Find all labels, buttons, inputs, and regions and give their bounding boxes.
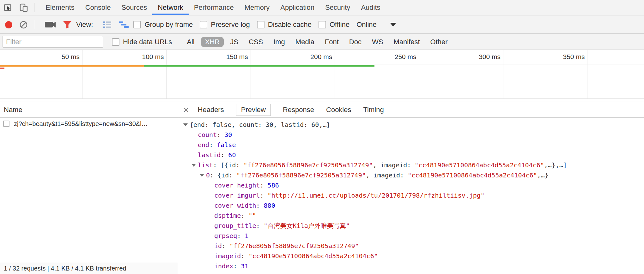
preview-tree-row[interactable]: count: 30 — [178, 130, 644, 140]
request-row[interactable]: zj?ch=beauty&t1=595&listtype=new&sn=30&l… — [0, 118, 178, 130]
preview-tree-row[interactable]: 0: {id: "ff276e8056f58896e7cf92505a31274… — [178, 170, 644, 180]
filter-type-font[interactable]: Font — [321, 37, 343, 47]
inspect-cursor-icon — [3, 3, 13, 12]
tab-memory[interactable]: Memory — [239, 0, 275, 15]
preview-tree-row[interactable]: cover_width: 880 — [178, 200, 644, 211]
tree-expander-icon[interactable] — [191, 160, 198, 170]
tree-expander-icon[interactable] — [199, 170, 206, 180]
filter-type-media[interactable]: Media — [291, 37, 319, 47]
tab-performance[interactable]: Performance — [189, 0, 239, 15]
device-toolbar-icon — [19, 3, 28, 12]
json-segment-num: 1 — [245, 232, 248, 240]
json-segment-plain: : — [222, 242, 229, 250]
throttling-select[interactable]: Online — [356, 21, 377, 29]
timeline-tick-label: 200 ms — [285, 53, 332, 61]
tree-expander-icon[interactable] — [183, 120, 190, 130]
close-details-button[interactable]: × — [183, 105, 189, 115]
filter-toggle-button[interactable] — [60, 16, 74, 33]
json-segment-key: cover_height — [214, 182, 260, 189]
name-column-header[interactable]: Name — [0, 102, 178, 118]
inspect-element-button[interactable] — [0, 0, 16, 15]
small-request-rows-button[interactable] — [100, 16, 114, 33]
preview-tree-row[interactable]: id: "ff276e8056f58896e7cf92505a312749" — [178, 241, 644, 251]
tree-indent-spacer — [207, 221, 214, 231]
json-segment-str: "台湾美女Kila户外唯美写真" — [264, 222, 350, 230]
preview-tree-row[interactable]: lastid: 60 — [178, 150, 644, 160]
filter-type-other[interactable]: Other — [426, 37, 452, 47]
tabbar-separator — [34, 3, 34, 12]
preserve-log-checkbox[interactable]: Preserve log — [200, 21, 250, 29]
tab-security[interactable]: Security — [320, 0, 355, 15]
timeline-tick-label: 150 ms — [201, 53, 248, 61]
detail-tab-response[interactable]: Response — [283, 104, 314, 116]
record-button[interactable] — [3, 16, 15, 33]
offline-checkbox[interactable]: Offline — [319, 21, 349, 29]
details-tab-bar: × Headers Preview Response Cookies Timin… — [178, 102, 644, 118]
preview-tree-row[interactable]: imageid: "cc48190e57100864abc4d55a2c4104… — [178, 251, 644, 261]
tab-sources[interactable]: Sources — [116, 0, 152, 15]
preview-tree-row[interactable]: {end: false, count: 30, lastid: 60,…} — [178, 120, 644, 130]
overview-request-bar[interactable] — [0, 65, 144, 67]
json-segment-plain: : — [256, 202, 264, 209]
network-filter-bar: Hide data URLs All XHR JS CSS Img Media … — [0, 34, 644, 50]
overview-request-bar[interactable] — [0, 68, 4, 69]
json-segment-plain: : — [217, 131, 224, 139]
tab-application[interactable]: Application — [275, 0, 320, 15]
filter-type-img[interactable]: Img — [269, 37, 289, 47]
disable-cache-label: Disable cache — [268, 21, 312, 29]
preview-tree-row[interactable]: list: [{id: "ff276e8056f58896e7cf92505a3… — [178, 160, 644, 170]
preview-tree-row[interactable]: end: false — [178, 140, 644, 150]
detail-tab-preview[interactable]: Preview — [236, 104, 271, 116]
detail-tab-cookies[interactable]: Cookies — [326, 104, 351, 116]
device-toolbar-button[interactable] — [16, 0, 32, 15]
tab-elements[interactable]: Elements — [40, 0, 80, 15]
show-overview-button[interactable] — [116, 16, 131, 33]
json-segment-plain: : — [241, 252, 248, 260]
filter-type-xhr[interactable]: XHR — [201, 37, 224, 47]
filter-type-css[interactable]: CSS — [245, 37, 267, 47]
preview-tree-row[interactable]: cover_imgurl: "http://i1.umei.cc/uploads… — [178, 190, 644, 200]
tab-network[interactable]: Network — [152, 0, 189, 15]
filter-type-js[interactable]: JS — [226, 37, 242, 47]
timeline-gridline — [82, 50, 82, 98]
waterfall-icon — [119, 21, 129, 29]
json-segment-str: "ff276e8056f58896e7cf92505a312749" — [244, 161, 373, 169]
json-segment-str: "" — [248, 212, 256, 219]
detail-tab-timing[interactable]: Timing — [363, 104, 384, 116]
disable-cache-checkbox[interactable]: Disable cache — [257, 21, 312, 29]
json-segment-key: cover_imgurl — [214, 192, 260, 199]
tab-audits[interactable]: Audits — [355, 0, 386, 15]
timeline-tick-label: 350 ms — [537, 53, 585, 61]
filter-input[interactable] — [3, 36, 103, 48]
preview-tree-row[interactable]: index: 31 — [178, 261, 644, 271]
hide-data-urls-checkbox[interactable]: Hide data URLs — [112, 38, 172, 46]
json-segment-plain: : [{id: — [213, 161, 243, 169]
preview-tree-row[interactable]: grpseq: 1 — [178, 231, 644, 241]
filter-type-ws[interactable]: WS — [368, 37, 387, 47]
clear-button[interactable] — [17, 16, 30, 33]
timeline-overview[interactable]: 50 ms100 ms150 ms200 ms250 ms300 ms350 m… — [0, 50, 644, 99]
json-segment-num: 31 — [241, 262, 248, 270]
detail-tab-headers[interactable]: Headers — [198, 104, 224, 116]
json-segment-str: "cc48190e57100864abc4d55a2c4104c6" — [415, 161, 544, 169]
toolbar-separator — [35, 20, 35, 29]
capture-screenshots-button[interactable] — [42, 16, 58, 33]
filter-type-all[interactable]: All — [183, 37, 198, 47]
filter-type-doc[interactable]: Doc — [345, 37, 366, 47]
json-segment-key: group_title — [214, 222, 256, 229]
preview-tree-row[interactable]: cover_height: 586 — [178, 180, 644, 190]
group-by-frame-checkbox[interactable]: Group by frame — [133, 21, 193, 29]
filter-type-manifest[interactable]: Manifest — [389, 37, 424, 47]
json-segment-plain: : {id: — [210, 171, 236, 179]
throttling-dropdown-icon[interactable] — [390, 23, 396, 27]
timeline-tick-label: 250 ms — [369, 53, 416, 61]
timeline-gridline — [503, 50, 503, 98]
timeline-gridline — [166, 50, 167, 98]
preview-tree-row[interactable]: dsptime: "" — [178, 211, 644, 221]
overview-request-bar[interactable] — [144, 65, 374, 67]
tab-console[interactable]: Console — [80, 0, 116, 15]
record-icon — [5, 21, 12, 28]
request-name: zj?ch=beauty&t1=595&listtype=new&sn=30&l… — [14, 120, 148, 128]
checkbox-icon — [133, 21, 141, 28]
preview-tree-row[interactable]: group_title: "台湾美女Kila户外唯美写真" — [178, 221, 644, 231]
